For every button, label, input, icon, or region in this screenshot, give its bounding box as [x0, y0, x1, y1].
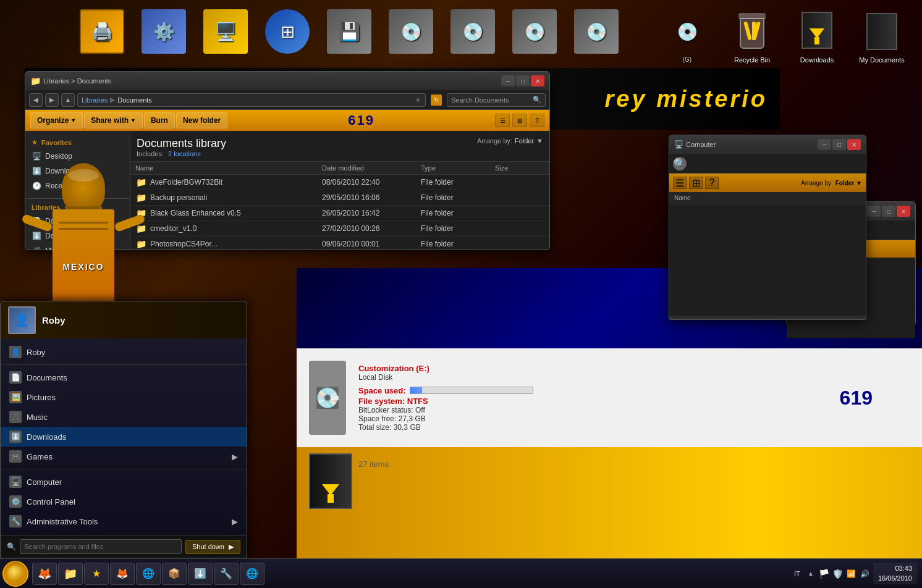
taskbar-tray: IT ▲ 🏳️ 🛡️ 📶 🔊 03:43 16/06/2010 [792, 559, 922, 588]
shutdown-button[interactable]: Shut down ▶ [185, 540, 240, 554]
file-type: File folder [421, 240, 495, 248]
win3-minimize[interactable]: ─ [867, 206, 881, 217]
desktop-icon-9[interactable]: 💿 [569, 9, 624, 56]
desktop-icon-6[interactable]: 💿 [383, 9, 439, 56]
taskbar-btn-2[interactable]: 📁 [58, 563, 83, 585]
taskbar-btn-1[interactable]: 🦊 [32, 563, 57, 585]
desktop-icon-recycle-bin[interactable]: Recycle Bin [724, 9, 780, 64]
desktop-icon-3[interactable]: 🖥️ [198, 9, 253, 56]
user-avatar: 👤 [8, 306, 36, 334]
start-item-downloads[interactable]: ⬇️ Downloads [1, 427, 247, 447]
games-icon: 🎮 [9, 450, 22, 463]
start-item-admin-tools[interactable]: 🔧 Administrative Tools ▶ [1, 511, 247, 531]
file-date: 26/05/2010 16:42 [322, 209, 421, 217]
desktop-icon-my-documents[interactable]: My Documents [854, 9, 910, 64]
start-item-games[interactable]: 🎮 Games ▶ [1, 447, 247, 466]
table-row[interactable]: 📁 Black Glass Enhanced v0.5 26/05/2010 1… [130, 206, 549, 221]
arrange-by[interactable]: Arrange by: Folder ▼ [477, 137, 543, 145]
win2-minimize[interactable]: ─ [818, 139, 831, 150]
table-row[interactable]: 📁 cmeditor_v1.0 27/02/2010 00:26 File fo… [130, 221, 549, 237]
toolbar-right: ☰ ⊞ ? [495, 114, 544, 127]
start-button[interactable] [2, 561, 28, 587]
taskbar-btn-7[interactable]: ⬇️ [188, 563, 213, 585]
new-folder-button[interactable]: New folder [176, 112, 227, 128]
clock-time: 03:43 [878, 564, 912, 573]
start-item-roby[interactable]: 👤 Roby [1, 342, 247, 362]
help-button[interactable]: ? [530, 114, 544, 127]
view-list-button[interactable]: ☰ [495, 114, 510, 127]
minimize-button[interactable]: ─ [501, 75, 515, 86]
table-row[interactable]: 📁 AveFolderBGW732Bit 08/06/2010 22:40 Fi… [130, 175, 549, 190]
win2-maximize[interactable]: □ [832, 139, 846, 150]
book-icon-banner [309, 453, 358, 515]
win3-close[interactable]: ✕ [897, 206, 910, 217]
desktop-icon-2[interactable]: ⚙️ [136, 9, 192, 56]
games-arrow: ▶ [232, 452, 238, 461]
start-item-music[interactable]: 🎵 Music [1, 407, 247, 427]
desktop-icon-8[interactable]: 💿 [507, 9, 562, 56]
desktop-icons-right: 💿 (G) Recycle Bin [659, 9, 910, 64]
view-panel-button[interactable]: ⊞ [512, 114, 527, 127]
taskbar-btn-6[interactable]: 📦 [162, 563, 187, 585]
desktop-icon-7[interactable]: 💿 [445, 9, 501, 56]
file-type: File folder [421, 209, 495, 217]
addr-buttons: ↻ [431, 94, 442, 106]
library-header: Documents library Includes: 2 locations … [130, 131, 549, 162]
col-date[interactable]: Date modified [322, 164, 421, 172]
tray-icon-arrow[interactable]: ▲ [805, 568, 816, 579]
table-row[interactable]: 📁 PhotoshopCS4Por... 09/06/2010 00:01 Fi… [130, 237, 549, 250]
win2-close[interactable]: ✕ [847, 139, 861, 150]
win3-maximize[interactable]: □ [882, 206, 895, 217]
desktop-icon-downloads[interactable]: Downloads [789, 9, 845, 64]
win2-content: Name [669, 192, 866, 316]
start-search-input[interactable] [20, 539, 182, 554]
win2-search[interactable]: 🔍 [673, 157, 687, 170]
taskbar-btn-9[interactable]: 🌐 [240, 563, 264, 585]
refresh-button[interactable]: ↻ [431, 94, 442, 106]
forward-button[interactable]: ▶ [45, 93, 59, 107]
search-box[interactable]: Search Documents 🔍 [447, 93, 546, 107]
taskbar-clock[interactable]: 03:43 16/06/2010 [873, 563, 917, 584]
desktop-icon-drive-g[interactable]: 💿 (G) [659, 9, 715, 64]
file-name: Black Glass Enhanced v0.5 [150, 209, 322, 217]
start-item-documents[interactable]: 📄 Documents [1, 368, 247, 387]
shutdown-arrow-icon: ▶ [229, 543, 234, 550]
taskbar-items: 🦊 📁 ★ 🦊 🌐 📦 ⬇️ 🔧 🌐 [32, 559, 792, 588]
taskbar-btn-4[interactable]: 🦊 [110, 563, 135, 585]
col-size[interactable]: Size [495, 164, 544, 172]
start-orb [7, 566, 23, 582]
file-date: 09/06/2010 00:01 [322, 240, 421, 248]
desktop-icon-4[interactable]: ⊞ [260, 9, 315, 56]
desktop-icon-1[interactable]: 🖨️ [74, 9, 130, 56]
start-item-computer[interactable]: 🖥️ Computer [1, 472, 247, 492]
up-button[interactable]: ▲ [61, 93, 75, 107]
disk-progress [410, 387, 533, 394]
start-divider-1 [1, 364, 247, 365]
control-panel-icon: ⚙️ [9, 495, 22, 508]
maximize-button[interactable]: □ [516, 75, 530, 86]
titlebar-left: 📁 Libraries > Documents [30, 76, 111, 86]
win2-view-btn2[interactable]: ⊞ [689, 177, 703, 189]
taskbar-btn-3[interactable]: ★ [84, 563, 109, 585]
file-name: AveFolderBGW732Bit [150, 178, 322, 187]
address-path[interactable]: Libraries ▶ Documents ▼ [77, 93, 426, 107]
back-button[interactable]: ◀ [29, 93, 43, 107]
tray-icon-lang: IT [792, 568, 803, 579]
desktop-icon-5[interactable]: 💾 [321, 9, 377, 56]
col-type[interactable]: Type [421, 164, 495, 172]
file-date: 27/02/2010 00:26 [322, 224, 421, 233]
win2-view-btn[interactable]: ☰ [673, 177, 687, 189]
taskbar-btn-8[interactable]: 🔧 [214, 563, 239, 585]
toolbar-619-text: 619 [229, 112, 494, 128]
start-menu-items: 👤 Roby 📄 Documents 🖼️ Pictures 🎵 Music ⬇… [1, 338, 247, 535]
win-controls: ─ □ ✕ [501, 75, 544, 86]
win2-help-btn[interactable]: ? [705, 177, 719, 189]
locations-link[interactable]: 2 locations [168, 150, 201, 158]
tray-icon-volume[interactable]: 🔊 [860, 568, 871, 579]
file-type: File folder [421, 224, 495, 233]
table-row[interactable]: 📁 Backup personali 29/05/2010 16:06 File… [130, 190, 549, 206]
taskbar-btn-5[interactable]: 🌐 [136, 563, 161, 585]
close-button[interactable]: ✕ [531, 75, 544, 86]
start-item-control-panel[interactable]: ⚙️ Control Panel [1, 492, 247, 511]
start-item-pictures[interactable]: 🖼️ Pictures [1, 387, 247, 407]
